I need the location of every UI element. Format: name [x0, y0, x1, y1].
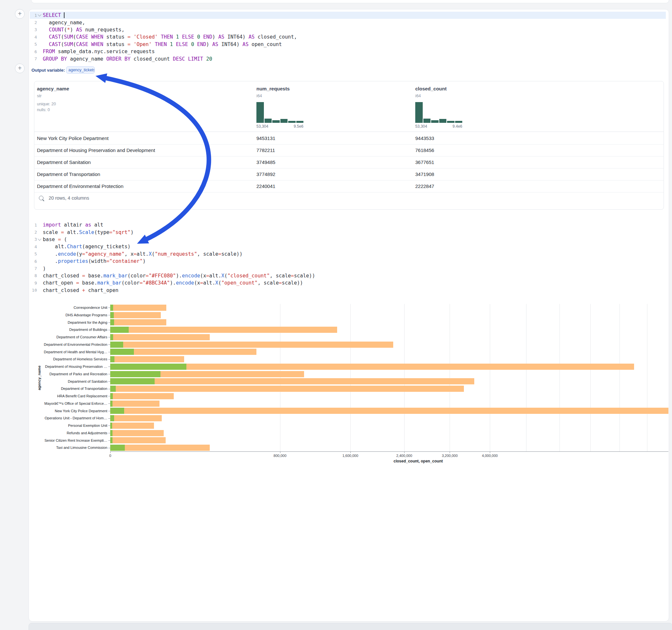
bar-chart: agency_name closed_count, open_count Cor… [29, 299, 668, 476]
bar-open_count [110, 430, 113, 436]
bar-closed_count [110, 437, 166, 443]
code-line[interactable]: 10chart_closed + chart_open [30, 287, 484, 294]
code-line[interactable]: 3base = ( [30, 236, 484, 243]
sql-code-editor[interactable]: 1SELECT 2 agency_name,3 COUNT(*) AS num_… [30, 12, 666, 63]
code-text: import altair as alt [43, 222, 103, 228]
code-text: alt.Chart(agency_tickets) [43, 244, 130, 249]
add-cell-button[interactable]: + [15, 64, 25, 73]
histogram-bar [423, 119, 431, 123]
column-header: agency_name [37, 86, 69, 91]
table-cell: 3677651 [415, 160, 434, 165]
text-cursor [64, 12, 65, 18]
bar-open_count [110, 327, 129, 333]
gridline [351, 304, 351, 452]
table-cell: 3749485 [257, 160, 275, 165]
histogram-bar [296, 121, 304, 123]
code-line[interactable]: 2scale = alt.Scale(type="sqrt") [30, 228, 484, 236]
code-text: .encode(y="agency_name", x=alt.X("num_re… [43, 251, 242, 257]
line-number: 7 [30, 266, 37, 271]
code-line[interactable]: 7) [30, 265, 484, 272]
code-line[interactable]: 8chart_closed = base.mark_bar(color="#FF… [30, 272, 484, 280]
x-axis-tick [110, 452, 111, 453]
gridline [620, 304, 620, 452]
code-text: GROUP BY agency_name ORDER BY closed_cou… [43, 56, 212, 62]
bar-closed_count [110, 386, 464, 392]
y-axis-category-label: Refunds and Adjustments [29, 429, 107, 437]
x-axis-tick [404, 452, 405, 453]
bar-open_count [110, 408, 124, 414]
code-line[interactable]: 9chart_open = base.mark_bar(color="#8BC3… [30, 280, 484, 287]
bar-open_count [110, 356, 115, 362]
bar-open_count [110, 422, 112, 429]
code-line[interactable]: 4 alt.Chart(agency_tickets) [30, 243, 484, 250]
chevron-down-icon[interactable] [38, 237, 41, 240]
y-axis-category-label: DHS Advantage Programs [29, 311, 107, 319]
column-dtype: i64 [415, 93, 421, 98]
table-cell: Department of Sanitation [37, 160, 91, 165]
add-cell-button[interactable]: + [15, 9, 25, 19]
y-axis-category-label: Department of Homeless Services [29, 356, 107, 363]
histogram-bar [439, 119, 447, 123]
table-cell: Department of Transportation [37, 171, 100, 177]
bar-open_count [110, 415, 114, 421]
histogram-max: 9.5e6 [257, 124, 304, 129]
histogram-bar [281, 119, 288, 123]
code-text: CAST(SUM(CASE WHEN status = 'Closed' THE… [43, 34, 297, 40]
bar-open_count [110, 364, 186, 370]
code-line[interactable]: 1SELECT [30, 12, 666, 19]
table-row: Department of Housing Preservation and D… [34, 144, 664, 156]
table-row: Department of Environmental Protection22… [34, 180, 664, 193]
code-line[interactable]: 7GROUP BY agency_name ORDER BY closed_co… [30, 55, 666, 62]
histogram-bar [415, 102, 423, 123]
x-axis-tick-label: 2,400,000 [390, 454, 419, 458]
bar-open_count [110, 437, 113, 443]
line-number: 9 [30, 281, 37, 286]
plus-icon: + [18, 65, 22, 72]
gutter [37, 15, 42, 16]
line-number: 1 [30, 13, 37, 18]
y-axis-category-label: Department of Environmental Protection [29, 341, 107, 348]
previous-cell-edge [31, 0, 669, 3]
y-axis-category-label: Personal Exemption Unit [29, 422, 107, 429]
gridline [404, 304, 405, 452]
code-line[interactable]: 5 CAST(SUM(CASE WHEN status = 'Open' THE… [30, 41, 666, 48]
code-line[interactable]: 4 CAST(SUM(CASE WHEN status = 'Closed' T… [30, 33, 666, 41]
x-axis-tick [351, 452, 351, 453]
bar-open_count [110, 305, 113, 311]
code-line[interactable]: 6 .properties(width="container") [30, 258, 484, 265]
bar-closed_count [110, 356, 184, 362]
code-text: COUNT(*) AS num_requests, [43, 27, 124, 33]
search-icon[interactable] [39, 196, 44, 200]
line-number: 3 [30, 237, 37, 242]
column-stat-unique: unique: 20 [37, 102, 56, 106]
chevron-down-icon[interactable] [38, 13, 41, 17]
x-axis-tick [490, 452, 490, 453]
y-axis-category-label: Operations Unit - Department of Hom… [29, 414, 107, 422]
x-axis-tick-label: 4,000,000 [475, 454, 504, 458]
bar-closed_count [110, 422, 154, 429]
bar-open_count [110, 445, 125, 451]
column-dtype: i64 [257, 93, 262, 98]
table-row: Department of Transportation377489234719… [34, 168, 664, 180]
code-line[interactable]: 5 .encode(y="agency_name", x=alt.X("num_… [30, 250, 484, 258]
line-number: 8 [30, 273, 37, 278]
column-dtype: str [37, 93, 42, 98]
table-cell: 3774892 [257, 171, 275, 177]
code-line[interactable]: 6FROM sample_data.nyc.service_requests [30, 48, 666, 55]
y-axis-category-label: Department of Sanitation [29, 378, 107, 385]
y-axis-category-label: Department of Housing Preservation … [29, 363, 107, 370]
bar-open_count [110, 334, 113, 340]
line-number: 4 [30, 244, 37, 249]
x-axis-tick-label: 1,600,000 [336, 454, 365, 458]
gridline [590, 304, 591, 452]
bar-open_count [110, 393, 113, 399]
bar-open_count [110, 371, 161, 377]
code-text: agency_name, [43, 20, 85, 26]
bar-closed_count [110, 312, 161, 318]
output-variable-chip[interactable]: agency_tickets [66, 67, 95, 74]
y-axis-category-label: Department of Consumer Affairs [29, 334, 107, 341]
code-line[interactable]: 3 COUNT(*) AS num_requests, [30, 26, 666, 33]
code-line[interactable]: 2 agency_name, [30, 19, 666, 26]
code-line[interactable]: 1import altair as alt [30, 221, 484, 228]
python-code-editor[interactable]: 1import altair as alt2scale = alt.Scale(… [30, 221, 484, 294]
